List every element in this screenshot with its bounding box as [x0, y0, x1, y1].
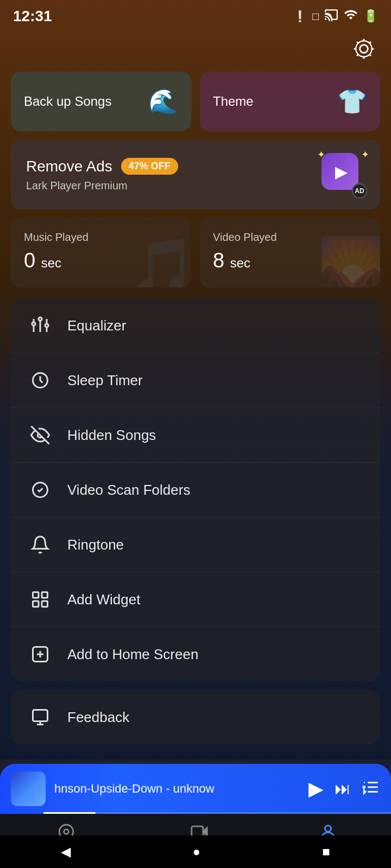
theme-label: Theme — [213, 94, 254, 109]
notification-icon: ❕ — [293, 10, 307, 23]
playlist-button[interactable] — [362, 778, 380, 800]
media-icon: □ — [312, 10, 319, 23]
svg-rect-15 — [42, 592, 48, 598]
svg-rect-17 — [42, 601, 48, 607]
theme-icon: 👕 — [337, 87, 367, 116]
top-cards: Back up Songs 🌊 Theme 👕 — [0, 72, 391, 131]
android-nav-bar: ◀ ● ■ — [0, 835, 391, 868]
svg-point-7 — [39, 317, 42, 321]
back-button[interactable]: ◀ — [61, 844, 71, 859]
svg-rect-16 — [33, 601, 39, 607]
sleep-timer-label: Sleep Timer — [67, 372, 143, 389]
add-widget-label: Add Widget — [67, 591, 140, 608]
menu-card: Equalizer Sleep Timer Hidden Songs Video… — [11, 298, 380, 681]
backup-songs-card[interactable]: Back up Songs 🌊 — [11, 72, 191, 131]
svg-point-0 — [360, 45, 368, 53]
feedback-icon — [28, 705, 52, 729]
svg-point-29 — [64, 829, 69, 834]
menu-item-sleep-timer[interactable]: Sleep Timer — [11, 353, 380, 408]
now-playing-title: hnson-Upside-Down - unknow — [54, 782, 300, 796]
add-home-icon — [28, 642, 52, 666]
equalizer-icon — [28, 314, 52, 337]
ringtone-label: Ringtone — [67, 537, 124, 553]
menu-item-add-widget[interactable]: Add Widget — [11, 572, 380, 627]
video-played-card: Video Played 8 sec 🌄 — [200, 218, 380, 288]
remove-ads-card[interactable]: Remove Ads 47% OFF Lark Player Premium ✦… — [11, 140, 380, 209]
now-playing-controls: ▶ ⏭ — [308, 777, 380, 800]
stats-row: Music Played 0 sec 🎵 Video Played 8 sec … — [0, 218, 391, 288]
sparkle-icon-tl: ✦ — [317, 149, 325, 161]
status-time: 12:31 — [13, 8, 52, 25]
svg-point-4 — [32, 322, 35, 326]
ad-play-box: ▶ — [321, 153, 358, 190]
video-played-number: 8 — [213, 249, 224, 272]
theme-card[interactable]: Theme 👕 — [200, 72, 380, 131]
video-scan-label: Video Scan Folders — [67, 482, 190, 499]
video-scan-icon — [28, 478, 52, 502]
home-button[interactable]: ● — [192, 844, 200, 859]
feedback-item[interactable]: Feedback — [11, 690, 380, 744]
ad-icon: ✦ ▶ ✦ AD — [321, 153, 365, 196]
add-home-label: Add to Home Screen — [67, 646, 198, 663]
ringtone-icon — [28, 533, 52, 557]
now-playing-thumbnail — [11, 771, 46, 806]
menu-item-hidden-songs[interactable]: Hidden Songs — [11, 408, 380, 463]
backup-songs-icon: 🌊 — [148, 87, 178, 116]
play-pause-button[interactable]: ▶ — [308, 777, 324, 800]
play-triangle-icon: ▶ — [335, 162, 348, 181]
feedback-label: Feedback — [67, 709, 129, 726]
svg-point-27 — [363, 786, 365, 788]
now-playing-bar[interactable]: hnson-Upside-Down - unknow ▶ ⏭ — [0, 764, 391, 814]
menu-item-ringtone[interactable]: Ringtone — [11, 518, 380, 572]
wifi-icon — [344, 8, 358, 25]
backup-songs-label: Back up Songs — [24, 94, 111, 109]
add-widget-icon — [28, 588, 52, 611]
ad-badge: AD — [352, 183, 367, 199]
feedback-card[interactable]: Feedback — [11, 690, 380, 744]
settings-icon-button[interactable] — [350, 35, 378, 63]
menu-item-add-home[interactable]: Add to Home Screen — [11, 627, 380, 681]
hidden-songs-label: Hidden Songs — [67, 427, 156, 444]
status-bar: 12:31 ❕ □ 🔋 — [0, 0, 391, 30]
remove-ads-label: Remove Ads — [26, 158, 112, 175]
music-played-card: Music Played 0 sec 🎵 — [11, 218, 191, 288]
svg-rect-21 — [33, 710, 48, 722]
menu-item-video-scan[interactable]: Video Scan Folders — [11, 463, 380, 518]
svg-point-10 — [45, 324, 48, 327]
battery-icon: 🔋 — [363, 9, 378, 23]
settings-row — [0, 30, 391, 72]
video-bg-icon: 🌄 — [318, 234, 380, 288]
music-bg-icon: 🎵 — [129, 234, 191, 288]
recents-button[interactable]: ■ — [322, 844, 330, 859]
menu-item-equalizer[interactable]: Equalizer — [11, 298, 380, 353]
status-icons: ❕ □ 🔋 — [293, 8, 378, 25]
cast-icon — [324, 8, 338, 25]
svg-point-1 — [356, 41, 371, 56]
remove-ads-info: Remove Ads 47% OFF Lark Player Premium — [26, 158, 178, 192]
music-played-number: 0 — [24, 249, 35, 272]
equalizer-label: Equalizer — [67, 317, 126, 334]
remove-ads-subtitle: Lark Player Premium — [26, 180, 128, 192]
discount-badge: 47% OFF — [121, 158, 178, 175]
sparkle-icon-tr: ✦ — [361, 149, 369, 161]
svg-rect-14 — [33, 592, 39, 598]
remove-ads-title-row: Remove Ads 47% OFF — [26, 158, 178, 175]
next-track-button[interactable]: ⏭ — [335, 780, 351, 798]
video-played-unit: sec — [230, 256, 250, 270]
hidden-songs-icon — [28, 423, 52, 447]
music-played-unit: sec — [41, 256, 61, 270]
sleep-timer-icon — [28, 368, 52, 392]
svg-point-33 — [325, 826, 331, 832]
